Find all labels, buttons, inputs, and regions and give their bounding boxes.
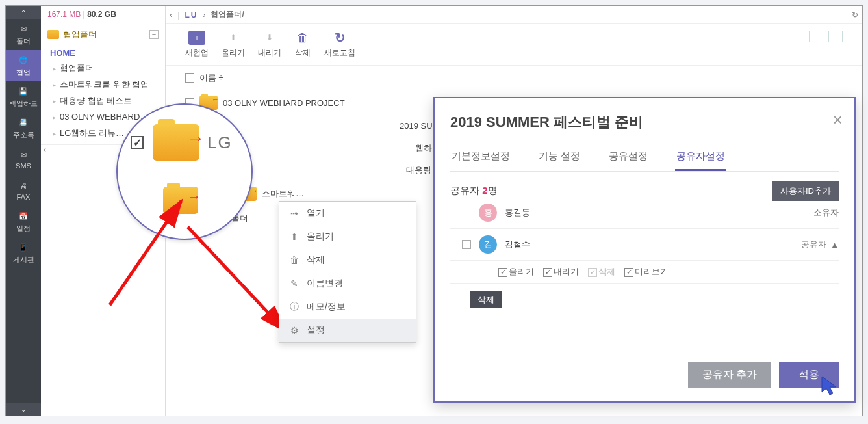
ctx-settings[interactable]: ⚙설정 [279, 319, 416, 342]
nav-scroll-up[interactable]: ⌃ [6, 6, 41, 19]
gear-icon: ⚙ [288, 325, 300, 336]
dialog-title: 2019 SUMMER 페스티벌 준비 [450, 113, 839, 132]
upload-icon: ⬆ [225, 31, 242, 45]
delete-sharer-button[interactable]: 삭제 [470, 291, 502, 308]
tab-sharer[interactable]: 공유자설정 [675, 150, 726, 171]
tab-basic[interactable]: 기본정보설정 [450, 150, 511, 171]
brand-icon: LU [185, 10, 198, 20]
perm-upload[interactable]: 올리기 [498, 266, 534, 278]
avatar: 홍 [479, 204, 497, 222]
breadcrumb-path[interactable]: 협업폴더/ [211, 9, 244, 20]
perm-delete[interactable]: 삭제 [588, 266, 615, 278]
grid-view-icon[interactable] [828, 31, 843, 42]
disk-icon: 💾 [16, 86, 31, 98]
sharer-row: 김 김철수 공유자▲ [450, 229, 839, 261]
folder-icon [47, 30, 59, 39]
tree-item[interactable]: 대용량 협업 테스트 [53, 93, 161, 109]
nav-fax[interactable]: 🖨 FAX [6, 175, 41, 206]
nav-scroll-down[interactable]: ⌄ [6, 403, 41, 416]
sharer-role: 소유자 [813, 207, 839, 219]
perm-preview[interactable]: 미리보기 [624, 266, 669, 278]
add-user-id-button[interactable]: 사용자ID추가 [772, 181, 839, 201]
nav-cal[interactable]: 📅 일정 [6, 206, 41, 237]
close-icon[interactable]: × [833, 110, 843, 130]
row-name: 스마트워… [262, 188, 304, 200]
nav-fax-label: FAX [17, 193, 31, 201]
list-header: 이름 ÷ [166, 66, 862, 90]
nav-board[interactable]: 📱 게시판 [6, 237, 41, 269]
download-button[interactable]: ⬇ 내리기 [258, 31, 281, 59]
tab-func[interactable]: 기능 설정 [537, 150, 581, 171]
upload-icon: ⬆ [288, 231, 300, 243]
row-name: 03 OLNY WEBHARD PROJECT [223, 98, 345, 108]
calendar-icon: 📅 [16, 211, 31, 222]
edit-icon: ✎ [288, 278, 300, 289]
toolbar: ＋ 새협업 ⬆ 올리기 ⬇ 내리기 🗑 삭제 ↻ 새로고침 [166, 24, 862, 66]
tree-item[interactable]: 협업폴더 [53, 60, 161, 77]
list-view-icon[interactable] [809, 31, 823, 42]
add-sharer-button[interactable]: 공유자 추가 [688, 362, 771, 388]
ctx-upload[interactable]: ⬆올리기 [279, 225, 416, 248]
nav-coop-label: 협업 [16, 68, 31, 77]
nav-address[interactable]: 📇 주소록 [6, 113, 41, 144]
select-all-checkbox[interactable] [185, 73, 194, 83]
back-button[interactable]: ‹ [170, 10, 172, 20]
ctx-rename[interactable]: ✎이름변경 [279, 272, 416, 295]
upload-button[interactable]: ⬆ 올리기 [222, 31, 245, 59]
nav-coop[interactable]: 🌐 협업 [6, 50, 41, 81]
lens-folder-icon: → [163, 187, 198, 214]
collapse-icon[interactable]: − [149, 30, 159, 39]
folder-plus-icon: ＋ [188, 31, 205, 45]
globe-icon: 🌐 [16, 55, 31, 66]
col-name[interactable]: 이름 ÷ [199, 72, 223, 84]
nav-backup[interactable]: 💾 백업하드 [6, 81, 41, 113]
delete-sharer-row: 삭제 [450, 284, 839, 316]
storage-used: 167.1 MB [47, 10, 81, 19]
perm-download[interactable]: 내리기 [543, 266, 579, 278]
nav-board-label: 게시판 [13, 255, 34, 265]
avatar: 김 [479, 235, 497, 254]
nav-sms[interactable]: ✉ SMS [6, 144, 41, 175]
lens-text: LG [207, 133, 233, 153]
nav-folder-label: 폴더 [16, 36, 31, 46]
tab-share[interactable]: 공유설정 [607, 150, 649, 171]
nav-folder[interactable]: ✉ 폴더 [6, 19, 41, 50]
sharer-role[interactable]: 공유자▲ [801, 239, 839, 250]
open-icon: ⇢ [288, 207, 300, 219]
download-icon: ⬇ [261, 31, 278, 45]
ctx-delete[interactable]: 🗑삭제 [279, 248, 416, 272]
tree-item[interactable]: 스마트워크를 위한 협업 [53, 77, 161, 93]
chevron-up-icon: ▲ [830, 240, 839, 250]
context-menu: ⇢열기 ⬆올리기 🗑삭제 ✎이름변경 ⓘ메모/정보 ⚙설정 [279, 201, 416, 343]
new-coop-button[interactable]: ＋ 새협업 [185, 31, 209, 59]
permission-row: 올리기 내리기 삭제 미리보기 [450, 261, 839, 284]
ctx-memo[interactable]: ⓘ메모/정보 [279, 295, 416, 319]
tree-root[interactable]: 협업폴더 − [41, 23, 165, 46]
mail-icon: ✉ [16, 149, 31, 161]
nav-address-label: 주소록 [13, 130, 34, 140]
sharer-name: 홍길동 [505, 207, 530, 219]
storage-total: 80.2 GB [87, 10, 116, 19]
ctx-open[interactable]: ⇢열기 [279, 202, 416, 225]
cursor-icon [819, 375, 841, 397]
tree-root-label: 협업폴더 [63, 29, 97, 40]
phone-icon: 📱 [16, 242, 31, 254]
storage-info: 167.1 MB | 80.2 GB [41, 6, 165, 23]
app-window: ⌃ ✉ 폴더 🌐 협업 💾 백업하드 📇 주소록 ✉ SMS 🖨 FAX 📅 일… [5, 5, 863, 416]
dialog-tabs: 기본정보설정 기능 설정 공유설정 공유자설정 [450, 150, 839, 172]
refresh-button[interactable]: ↻ 새로고침 [324, 31, 355, 59]
sharer-checkbox[interactable] [462, 240, 471, 249]
settings-dialog: 2019 SUMMER 페스티벌 준비 × 기본정보설정 기능 설정 공유설정 … [433, 97, 856, 403]
breadcrumb-bar: ‹ | LU › 협업폴더/ ↻ [166, 6, 862, 24]
info-icon: ⓘ [288, 301, 300, 313]
sharer-name: 김철수 [505, 239, 530, 250]
trash-icon: 🗑 [288, 254, 300, 266]
lens-folder-icon: → [153, 124, 199, 161]
tree-home-link[interactable]: HOME [41, 46, 165, 60]
trash-icon: 🗑 [294, 31, 311, 45]
history-icon[interactable]: ↻ [852, 10, 858, 20]
sharer-row: 홍 홍길동 소유자 [450, 197, 839, 229]
delete-button[interactable]: 🗑 삭제 [294, 31, 311, 59]
printer-icon: 🖨 [16, 180, 31, 192]
nav-backup-label: 백업하드 [9, 99, 38, 109]
